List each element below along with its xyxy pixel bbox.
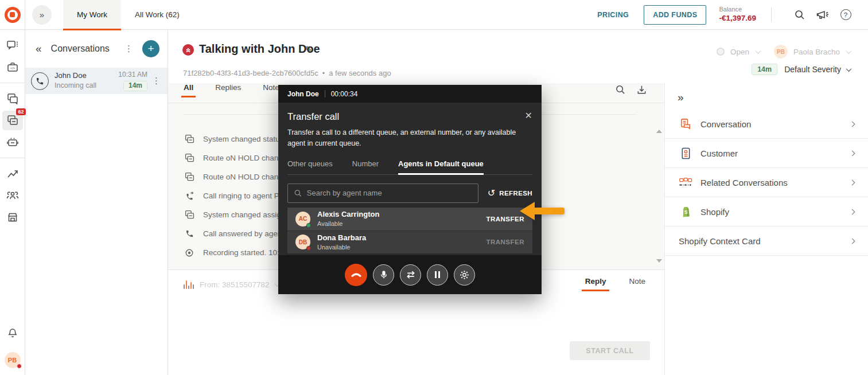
event-text: System changed status t — [203, 135, 288, 143]
chat-more-icon[interactable] — [2, 36, 23, 55]
search-thread-icon[interactable] — [615, 84, 626, 95]
call-status-bar: John Doe 00:00:34 — [278, 85, 542, 103]
panel-menu-icon[interactable]: ⋮ — [121, 44, 137, 54]
item-menu-icon[interactable]: ⋮ — [149, 76, 164, 86]
user-avatar[interactable]: PB — [5, 352, 21, 368]
collapse-context-panel-icon[interactable]: » — [665, 83, 688, 110]
status-label: Open — [730, 48, 749, 56]
hold-button[interactable] — [427, 264, 448, 286]
transfer-button[interactable]: TRANSFER — [486, 216, 524, 222]
all-conversations-icon[interactable] — [2, 89, 23, 108]
chevron-right-icon — [850, 238, 855, 244]
transfer-tabs: Other queues Number Agents in Default qu… — [287, 159, 532, 175]
conversation-subtitle: Incoming call — [55, 81, 118, 90]
chevron-double-right-icon: » — [40, 10, 44, 19]
balance-block: Balance -€1,397.69 — [719, 6, 756, 24]
my-inbox-icon[interactable]: 62 — [2, 111, 23, 130]
transfer-modal-body: Transfer call ✕ Transfer a call to a dif… — [278, 103, 542, 255]
balance-label: Balance — [719, 6, 756, 14]
tab-note[interactable]: Note — [629, 277, 645, 291]
refresh-button[interactable]: ↺ REFRESH — [488, 188, 532, 198]
chevron-down-icon[interactable] — [846, 48, 852, 54]
tab-replies-label: Replies — [215, 83, 241, 92]
section-label: Related Conversations — [700, 178, 850, 188]
call-settings-button[interactable] — [454, 264, 475, 286]
tab-other-queues[interactable]: Other queues — [287, 159, 333, 175]
svg-text:S: S — [684, 209, 687, 215]
tab-all-label: All — [184, 83, 193, 92]
tab-all-work[interactable]: All Work (62) — [121, 0, 193, 30]
conversation-title: Talking with John Doe — [199, 42, 320, 56]
search-icon[interactable] — [793, 9, 806, 21]
conversation-section-icon — [679, 118, 692, 131]
section-related-conversations[interactable]: Related Conversations — [665, 168, 868, 197]
scroll-down-icon[interactable] — [656, 259, 662, 263]
tab-reply[interactable]: Reply — [585, 277, 606, 291]
tab-note-label: Note — [629, 277, 645, 286]
dot-separator: • — [322, 69, 325, 77]
from-selector[interactable]: From: 38515507782 — [184, 280, 279, 289]
section-label: Customer — [700, 149, 850, 158]
conversations-title: Conversations — [51, 44, 121, 54]
conversation-list-item[interactable]: John Doe Incoming call 10:31 AM 14m ⋮ — [25, 68, 168, 94]
left-nav-rail: </> 62 PB — [0, 30, 25, 375]
agent-search-field[interactable] — [287, 183, 478, 203]
divider — [325, 90, 325, 97]
start-call-button[interactable]: START CALL — [570, 341, 650, 360]
tab-all[interactable]: All — [184, 83, 193, 97]
mute-button[interactable] — [373, 264, 394, 286]
edit-icon[interactable]: ✎ — [305, 44, 312, 55]
chatbot-icon[interactable] — [2, 132, 23, 152]
transfer-call-button[interactable] — [400, 264, 421, 286]
new-conversation-button[interactable]: + — [142, 40, 159, 57]
section-customer[interactable]: Customer — [665, 139, 868, 168]
download-icon[interactable] — [636, 84, 647, 95]
close-icon[interactable]: ✕ — [525, 110, 532, 121]
duration-badge: 14m — [123, 81, 147, 91]
agent-row-unavailable[interactable]: DB Dona Barbara Unavailable TRANSFER — [287, 231, 532, 253]
status-offline-dot — [306, 246, 311, 251]
agent-name: Dona Barbara — [317, 233, 486, 243]
chevron-down-icon[interactable] — [755, 48, 761, 54]
scrollbar[interactable] — [655, 126, 662, 265]
section-conversation[interactable]: Conversation — [665, 110, 868, 139]
tab-replies[interactable]: Replies — [215, 83, 241, 97]
hang-up-button[interactable] — [345, 264, 367, 286]
tab-my-work[interactable]: My Work — [63, 0, 121, 30]
agent-avatar: AC — [295, 212, 310, 226]
system-event-icon — [184, 209, 195, 220]
notifications-bell-icon[interactable] — [2, 323, 23, 343]
agent-search-input[interactable] — [307, 189, 472, 197]
agent-row-available[interactable]: AC Alexis Carrington Available TRANSFER — [287, 208, 532, 231]
collapse-panel-icon[interactable]: « — [36, 42, 42, 55]
balance-value: -€1,397.69 — [719, 14, 756, 24]
announcements-icon[interactable] — [816, 9, 829, 21]
add-funds-button[interactable]: ADD FUNDS — [644, 5, 706, 25]
app-window: » My Work All Work (62) PRICING ADD FUND… — [0, 0, 868, 375]
conversation-age: a few seconds ago — [329, 69, 391, 77]
pricing-link[interactable]: PRICING — [597, 11, 629, 19]
annotation-arrow — [520, 202, 566, 220]
scroll-up-icon[interactable] — [656, 130, 662, 133]
chevron-down-icon[interactable] — [846, 66, 852, 72]
severity-label: Default Severity — [784, 65, 841, 74]
expand-nav-button[interactable]: » — [32, 5, 52, 25]
divider — [0, 158, 25, 158]
teams-icon[interactable] — [2, 186, 23, 205]
section-shopify[interactable]: S Shopify — [665, 197, 868, 226]
user-avatar-initials: PB — [8, 357, 17, 364]
tab-number[interactable]: Number — [352, 159, 379, 175]
help-icon[interactable]: ? — [839, 9, 852, 21]
agent-list: AC Alexis Carrington Available TRANSFER … — [287, 208, 532, 253]
assignee-name: Paola Bracho — [793, 48, 840, 56]
chevron-right-icon — [850, 179, 855, 185]
storefront-icon[interactable] — [2, 208, 23, 227]
dev-toolkit-icon[interactable]: </> — [2, 57, 23, 77]
section-shopify-context-card[interactable]: Shopify Context Card — [665, 226, 868, 256]
conversation-id: 71f282b0-43f3-41d3-bede-2cb7600cfd5c — [183, 69, 318, 77]
chevron-right-icon — [850, 121, 855, 127]
analytics-icon[interactable] — [2, 164, 23, 183]
pause-icon — [435, 271, 440, 278]
related-conversations-icon — [679, 176, 692, 189]
tab-agents-in-default-queue[interactable]: Agents in Default queue — [398, 159, 484, 175]
